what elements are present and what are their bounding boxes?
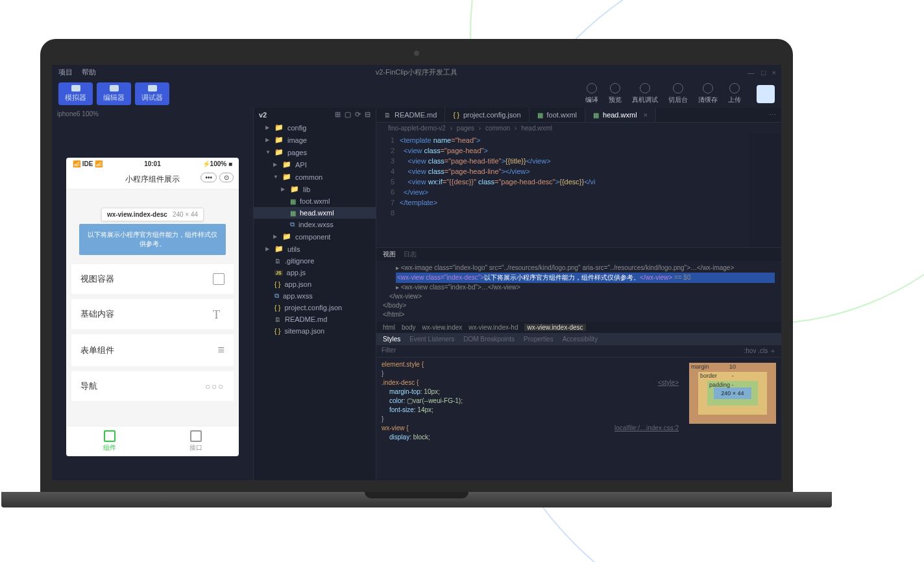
list-item[interactable]: 基础内容T	[71, 299, 234, 329]
file-explorer: v2 ⊞ ▢ ⟳ ⊟ ▶📁config▶📁image▼📁pages▶📁API▼📁…	[253, 108, 376, 480]
hamburger-icon: ≡	[217, 343, 225, 357]
upload-button[interactable]: 上传	[728, 83, 741, 104]
file-item[interactable]: ▦head.wxml	[254, 207, 376, 219]
file-item[interactable]: { }sitemap.json	[254, 325, 376, 337]
file-item[interactable]: 🗎.gitignore	[254, 255, 376, 267]
menu-project[interactable]: 项目	[58, 67, 73, 77]
file-item[interactable]: ⧉index.wxss	[254, 219, 376, 230]
minimap[interactable]	[749, 134, 781, 247]
file-item[interactable]: 🗎README.md	[254, 313, 376, 325]
dots-icon: ○○○	[205, 382, 225, 391]
file-item[interactable]: ⧉app.wxss	[254, 290, 376, 302]
event-listeners-tab[interactable]: Event Listeners	[409, 336, 454, 343]
file-item[interactable]: ▦foot.wxml	[254, 195, 376, 207]
styles-pane[interactable]: element.style { } .index-desc {<style> m…	[376, 358, 684, 480]
file-item[interactable]: JSapp.js	[254, 267, 376, 278]
styles-toggles[interactable]: :hov .cls ＋	[744, 347, 776, 356]
folder-item[interactable]: ▶📁component	[254, 230, 376, 243]
wxml-icon: ▦	[537, 112, 543, 119]
md-icon: 🗎	[274, 258, 281, 265]
dom-breakpoints-tab[interactable]: DOM Breakpoints	[463, 336, 515, 343]
new-file-icon[interactable]: ⊞	[335, 110, 341, 119]
list-item[interactable]: 导航○○○	[71, 371, 234, 401]
wxml-icon: ▦	[593, 112, 599, 119]
file-item[interactable]: { }app.json	[254, 278, 376, 290]
phone-close-icon[interactable]: ⊙	[219, 173, 234, 182]
background-button[interactable]: 切后台	[668, 83, 688, 104]
folder-item[interactable]: ▶📁config	[254, 121, 376, 134]
folder-item[interactable]: ▶📁API	[254, 158, 376, 171]
toolbar: 模拟器 编辑器 调试器 编译 预览 真机调试 切后台 清缓存 上传	[52, 80, 781, 108]
wxml-icon: ▦	[290, 198, 296, 205]
editor-tab[interactable]: ▦head.wxml×	[585, 108, 656, 122]
accessibility-tab[interactable]: Accessibility	[563, 336, 598, 343]
maximize-icon[interactable]: □	[761, 69, 766, 77]
folder-icon: 📁	[274, 148, 284, 156]
json-icon: { }	[274, 281, 280, 288]
minimize-icon[interactable]: —	[748, 69, 755, 77]
new-folder-icon[interactable]: ▢	[345, 110, 351, 119]
refresh-icon[interactable]: ⟳	[355, 110, 361, 119]
json-icon: { }	[453, 112, 459, 119]
elements-tree[interactable]: ▸ <wx-image class="index-logo" src="../r…	[376, 261, 781, 322]
list-item[interactable]: 视图容器	[71, 264, 234, 294]
properties-tab[interactable]: Properties	[524, 336, 553, 343]
folder-item[interactable]: ▶📁lib	[254, 183, 376, 195]
tab-overflow-icon[interactable]: ⋯	[764, 108, 781, 122]
folder-icon: 📁	[274, 136, 284, 144]
phone-frame: 📶 IDE 📶 10:01 ⚡100% ■ 小程序组件展示 ••• ⊙	[66, 158, 239, 456]
phone-tab-api[interactable]: 接口	[152, 426, 239, 456]
code-editor[interactable]: 12345678 <template name="head"> <view cl…	[376, 134, 781, 247]
editor-tab[interactable]: 🗎README.md	[376, 108, 445, 122]
folder-icon: 📁	[282, 232, 291, 241]
text-icon: T	[213, 308, 225, 320]
menu-help[interactable]: 帮助	[82, 67, 96, 77]
collapse-icon[interactable]: ⊟	[365, 110, 371, 119]
close-tab-icon[interactable]: ×	[644, 111, 648, 119]
inspect-tooltip: wx-view.index-desc240 × 44	[101, 208, 204, 221]
simulator-panel: iphone6 100% 📶 IDE 📶 10:01 ⚡100% ■ 小程序组件…	[52, 108, 253, 480]
folder-icon: 📁	[290, 185, 299, 193]
devtools-tab-console[interactable]: 日志	[404, 250, 417, 259]
simulator-tab[interactable]: 模拟器	[58, 82, 93, 105]
box-model[interactable]: margin 10 border - padding - 240 × 4	[684, 358, 781, 480]
phone-menu-icon[interactable]: •••	[201, 173, 217, 182]
folder-item[interactable]: ▶📁utils	[254, 243, 376, 255]
phone-status-right: ⚡100% ■	[202, 160, 232, 167]
editor-tab[interactable]: 编辑器	[97, 82, 131, 105]
menubar: 项目 帮助 v2-FinClip小程序开发工具 — □ ×	[52, 65, 781, 80]
styles-filter[interactable]: Filter	[382, 347, 396, 356]
folder-item[interactable]: ▼📁pages	[254, 146, 376, 158]
devtools-tab-elements[interactable]: 视图	[383, 250, 396, 259]
editor-tab[interactable]: { }project.config.json	[445, 108, 529, 122]
breadcrumb: fino-applet-demo-v2 › pages › common › h…	[376, 123, 781, 134]
json-icon: { }	[274, 328, 280, 335]
file-item[interactable]: { }project.config.json	[254, 302, 376, 313]
compile-button[interactable]: 编译	[585, 83, 598, 104]
folder-item[interactable]: ▶📁image	[254, 134, 376, 146]
wxml-icon: ▦	[290, 210, 296, 217]
debugger-tab[interactable]: 调试器	[135, 82, 169, 105]
folder-icon: 📁	[274, 245, 284, 253]
styles-tab[interactable]: Styles	[383, 336, 400, 343]
editor-tab[interactable]: ▦foot.wxml	[529, 108, 585, 122]
folder-icon: 📁	[274, 123, 284, 132]
camera-icon	[414, 51, 419, 56]
json-icon: { }	[274, 304, 280, 312]
close-icon[interactable]: ×	[772, 69, 776, 77]
clear-cache-button[interactable]: 清缓存	[698, 83, 718, 104]
project-root[interactable]: v2	[259, 111, 267, 119]
ide-window: 项目 帮助 v2-FinClip小程序开发工具 — □ × 模拟器 编辑器 调试…	[52, 65, 781, 480]
preview-button[interactable]: 预览	[609, 83, 622, 104]
folder-item[interactable]: ▼📁common	[254, 171, 376, 183]
remote-debug-button[interactable]: 真机调试	[632, 83, 658, 104]
phone-tab-components[interactable]: 组件	[66, 426, 152, 456]
list-item[interactable]: 表单组件≡	[71, 334, 234, 366]
editor-tabs: 🗎README.md{ }project.config.json▦foot.wx…	[376, 108, 781, 123]
devtools: 视图 日志 ▸ <wx-image class="index-logo" src…	[376, 247, 781, 480]
phone-status-left: 📶 IDE 📶	[73, 160, 103, 167]
elements-breadcrumb[interactable]: html body wx-view.index wx-view.index-hd…	[376, 322, 781, 333]
avatar[interactable]	[757, 85, 775, 103]
sim-device-label: iphone6 100%	[52, 108, 253, 120]
highlighted-element[interactable]: 以下将展示小程序官方组件能力，组件样式仅供参考。	[79, 224, 226, 255]
